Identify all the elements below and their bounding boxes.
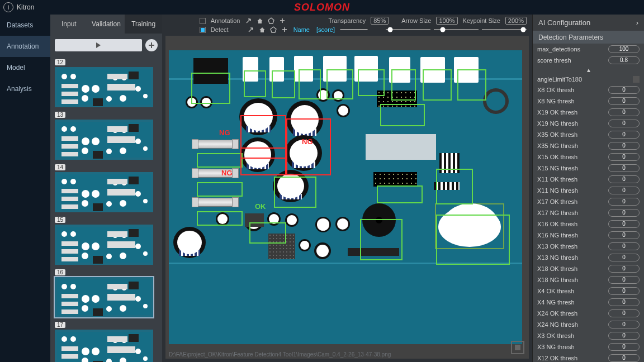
keypoint-size-label: Keypoint Size <box>461 17 502 24</box>
param-label: X11 OK thresh <box>537 176 605 183</box>
param-value[interactable]: 0 <box>608 276 640 284</box>
param-value[interactable]: 0 <box>608 187 640 194</box>
config-subtitle: Detection Parameters <box>533 31 644 43</box>
transparency-value[interactable]: 85% <box>371 17 389 25</box>
param-value[interactable]: 0 <box>608 108 640 116</box>
tab-input[interactable]: Input <box>50 15 88 34</box>
detection-box <box>191 73 230 104</box>
detection-label: NG <box>219 128 230 137</box>
param-label: X3 NG thresh <box>537 344 605 350</box>
svg-marker-10 <box>271 27 276 32</box>
score-label: [score] <box>315 26 337 33</box>
arrow-size-value[interactable]: 100% <box>436 17 457 25</box>
param-value[interactable]: 0 <box>608 287 640 295</box>
param-value[interactable]: 0 <box>608 97 640 105</box>
param-label: X16 OK thresh <box>537 221 605 227</box>
pentagon2-icon[interactable] <box>269 26 277 34</box>
slider-1[interactable] <box>386 26 430 33</box>
nav-annotation[interactable]: Annotation <box>0 36 50 57</box>
thumb-index: 14 <box>55 164 65 170</box>
tab-validation[interactable]: Validation <box>88 15 125 34</box>
param-value[interactable]: 0 <box>608 131 640 139</box>
thumb-index: 17 <box>55 322 65 328</box>
detection-box <box>197 153 243 168</box>
param-value[interactable]: 100 <box>608 45 640 53</box>
param-label: X17 NG thresh <box>537 209 605 216</box>
thumbnail[interactable] <box>55 277 153 317</box>
thumb-index: 16 <box>55 269 65 275</box>
slider-3[interactable] <box>482 26 527 33</box>
thumbnail[interactable] <box>55 330 153 362</box>
param-value[interactable]: 0 <box>608 209 640 217</box>
param-value[interactable]: 0 <box>608 175 640 183</box>
param-label: max_detections <box>537 46 605 53</box>
transparency-label: Transparency <box>326 17 367 24</box>
param-value[interactable]: 0 <box>608 86 640 94</box>
param-value[interactable]: 0 <box>608 242 640 250</box>
detection-box <box>436 215 510 265</box>
detection-box <box>286 118 331 175</box>
param-label: X11 NG thresh <box>537 187 605 194</box>
detection-box <box>457 69 486 101</box>
thumbnail[interactable] <box>55 120 153 160</box>
detection-box <box>358 69 385 96</box>
tab-training[interactable]: Training <box>125 15 162 34</box>
param-label: X35 OK thresh <box>537 131 605 138</box>
play-button[interactable] <box>55 39 142 51</box>
home-icon[interactable] <box>256 17 264 25</box>
plus2-icon[interactable] <box>281 26 288 34</box>
param-value[interactable]: 0 <box>608 164 640 172</box>
home2-icon[interactable] <box>258 26 266 34</box>
param-label: X4 NG thresh <box>537 299 605 306</box>
arrow-icon[interactable] <box>245 17 253 25</box>
brand-logo: SOLOMON <box>294 2 350 13</box>
detection-box <box>326 69 353 99</box>
collapse-icon[interactable]: ▴ <box>533 66 644 74</box>
param-label: X15 OK thresh <box>537 154 605 160</box>
param-value[interactable]: 0 <box>608 332 640 340</box>
param-label: X4 OK thresh <box>537 288 605 294</box>
thumbnail[interactable] <box>55 67 153 107</box>
param-value[interactable]: 0.8 <box>608 56 640 64</box>
thumbnail[interactable] <box>55 225 153 265</box>
nav-datasets[interactable]: Datasets <box>0 15 50 36</box>
slider-2[interactable] <box>434 26 479 33</box>
param-value[interactable]: 0 <box>608 120 640 127</box>
app-title: Kitron <box>17 3 34 11</box>
detection-box <box>197 211 243 226</box>
chevron-right-icon[interactable]: › <box>636 18 638 27</box>
param-value[interactable]: 0 <box>608 198 640 206</box>
arrow2-icon[interactable] <box>247 26 255 34</box>
param-label: X8 OK thresh <box>537 87 605 93</box>
annotation-checkbox[interactable] <box>200 18 206 24</box>
param-value[interactable]: 0 <box>608 153 640 161</box>
add-button[interactable] <box>145 39 158 51</box>
param-value[interactable]: 0 <box>608 142 640 150</box>
param-value[interactable]: 0 <box>608 298 640 306</box>
param-value[interactable]: 0 <box>608 354 640 362</box>
param-value[interactable]: 0 <box>608 321 640 328</box>
param-value[interactable]: 0 <box>608 220 640 228</box>
param-label: X13 OK thresh <box>537 243 605 250</box>
score-pill[interactable] <box>340 29 368 30</box>
plus-icon[interactable] <box>278 17 286 25</box>
nav-analysis[interactable]: Analysis <box>0 78 50 99</box>
keypoint-size-value[interactable]: 200% <box>505 17 527 25</box>
pentagon-icon[interactable] <box>267 17 275 25</box>
svg-marker-7 <box>268 18 274 23</box>
nav-model[interactable]: Model <box>0 57 50 78</box>
info-icon[interactable]: i <box>3 2 13 12</box>
image-viewport[interactable]: D:\FAE\project_OK\Kitron\Feature Detecti… <box>165 36 529 359</box>
angle-checkbox[interactable] <box>633 76 640 83</box>
thumb-index: 13 <box>55 112 65 118</box>
detection-box <box>272 70 295 98</box>
param-value[interactable]: 0 <box>608 265 640 273</box>
thumbnail[interactable] <box>55 172 153 212</box>
param-value[interactable]: 0 <box>608 254 640 261</box>
param-value[interactable]: 0 <box>608 231 640 239</box>
detection-label: NG <box>221 169 233 177</box>
detection-box <box>377 185 423 203</box>
param-value[interactable]: 0 <box>608 309 640 317</box>
param-value[interactable]: 0 <box>608 343 640 351</box>
detect-checkbox[interactable] <box>200 27 206 33</box>
